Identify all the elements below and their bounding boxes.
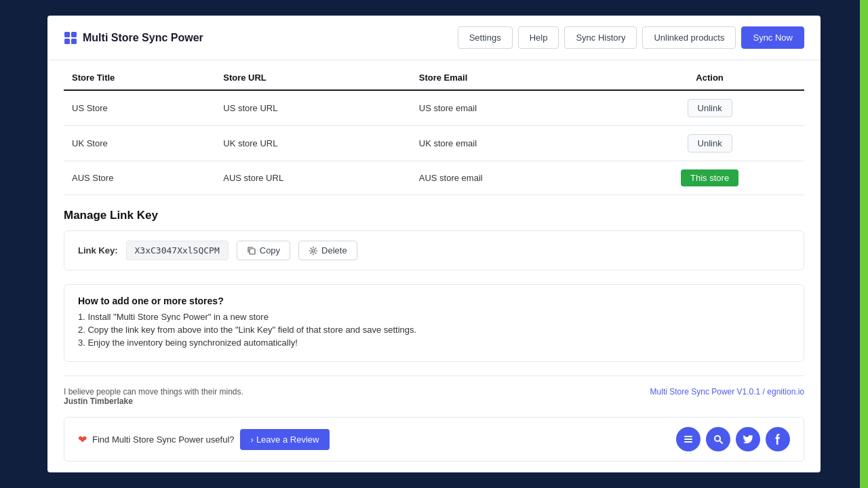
social-list-button[interactable] xyxy=(676,427,701,451)
header-actions: Settings Help Sync History Unlinked prod… xyxy=(458,26,804,49)
footer-link[interactable]: Multi Store Sync Power V1.0.1 / egnition… xyxy=(650,387,804,396)
store-email-us: US store email xyxy=(411,90,615,126)
col-store-email: Store Email xyxy=(411,66,615,90)
app-title: Multi Store Sync Power xyxy=(83,32,203,44)
link-key-value: X3xC3047XxlSQCPM xyxy=(126,241,229,260)
svg-point-5 xyxy=(312,249,315,252)
review-btn-arrow: › xyxy=(251,434,254,445)
svg-rect-7 xyxy=(684,439,692,440)
sync-now-button[interactable]: Sync Now xyxy=(741,26,804,49)
search-icon xyxy=(713,434,724,445)
header-left: Multi Store Sync Power xyxy=(64,31,203,45)
copy-button[interactable]: Copy xyxy=(237,241,290,260)
how-to-box: How to add one or more stores? 1. Instal… xyxy=(64,284,804,362)
help-button[interactable]: Help xyxy=(518,26,559,49)
quote-author: Justin Timberlake xyxy=(64,396,243,406)
svg-rect-3 xyxy=(71,39,77,44)
how-to-step-3: 3. Enjoy the inventory being synchronize… xyxy=(78,338,790,348)
this-store-button[interactable]: This store xyxy=(681,169,738,186)
heart-icon: ❤ xyxy=(78,433,87,446)
copy-icon xyxy=(247,246,256,256)
svg-rect-6 xyxy=(684,436,692,437)
table-row: US Store US store URL US store email Unl… xyxy=(64,90,804,126)
header: Multi Store Sync Power Settings Help Syn… xyxy=(47,16,821,60)
footer-quote: I believe people can move things with th… xyxy=(64,375,804,406)
app-container: Multi Store Sync Power Settings Help Syn… xyxy=(47,16,821,472)
svg-line-10 xyxy=(719,441,722,443)
action-us: Unlink xyxy=(615,90,804,126)
social-icons xyxy=(676,427,790,451)
store-title-us: US Store xyxy=(64,90,215,126)
store-url-us: US store URL xyxy=(215,90,411,126)
app-icon xyxy=(64,31,77,45)
svg-rect-4 xyxy=(250,249,255,254)
settings-button[interactable]: Settings xyxy=(458,26,513,49)
delete-button[interactable]: Delete xyxy=(298,241,357,260)
store-url-aus: AUS store URL xyxy=(215,161,411,195)
leave-review-button[interactable]: › Leave a Review xyxy=(240,429,330,450)
action-aus: This store xyxy=(615,161,804,195)
table-row: UK Store UK store URL UK store email Unl… xyxy=(64,126,804,161)
social-twitter-button[interactable] xyxy=(736,427,760,451)
store-table-container: Store Title Store URL Store Email Action… xyxy=(47,66,821,195)
list-icon xyxy=(683,434,694,445)
table-row: AUS Store AUS store URL AUS store email … xyxy=(64,161,804,195)
quote-text: I believe people can move things with th… xyxy=(64,387,243,396)
link-key-section-title: Manage Link Key xyxy=(64,209,804,222)
gear-icon xyxy=(309,246,318,256)
twitter-icon xyxy=(743,434,753,445)
col-store-title: Store Title xyxy=(64,66,215,90)
facebook-icon xyxy=(772,434,783,445)
how-to-step-1: 1. Install "Multi Store Sync Power" in a… xyxy=(78,312,790,322)
link-key-section: Manage Link Key Link Key: X3xC3047XxlSQC… xyxy=(47,195,821,284)
review-bar: ❤ Find Multi Store Sync Power useful? › … xyxy=(64,417,804,462)
col-store-url: Store URL xyxy=(215,66,411,90)
unlink-button-us[interactable]: Unlink xyxy=(688,99,732,117)
col-action: Action xyxy=(615,66,804,90)
store-email-uk: UK store email xyxy=(411,126,615,161)
store-title-uk: UK Store xyxy=(64,126,215,161)
svg-rect-1 xyxy=(71,32,77,37)
store-url-uk: UK store URL xyxy=(215,126,411,161)
review-text: Find Multi Store Sync Power useful? xyxy=(92,434,235,445)
unlink-button-uk[interactable]: Unlink xyxy=(688,134,732,152)
action-uk: Unlink xyxy=(615,126,804,161)
store-title-aus: AUS Store xyxy=(64,161,215,195)
social-facebook-button[interactable] xyxy=(766,427,790,451)
review-bar-left: ❤ Find Multi Store Sync Power useful? › … xyxy=(78,429,330,450)
store-table: Store Title Store URL Store Email Action… xyxy=(64,66,804,195)
store-email-aus: AUS store email xyxy=(411,161,615,195)
quote-block: I believe people can move things with th… xyxy=(64,387,243,406)
how-to-list: 1. Install "Multi Store Sync Power" in a… xyxy=(78,312,790,348)
unlinked-products-button[interactable]: Unlinked products xyxy=(642,26,736,49)
link-key-label: Link Key: xyxy=(78,245,118,256)
how-to-title: How to add one or more stores? xyxy=(78,296,790,306)
sync-history-button[interactable]: Sync History xyxy=(564,26,637,49)
social-search-button[interactable] xyxy=(706,427,730,451)
svg-rect-8 xyxy=(684,441,692,443)
link-key-box: Link Key: X3xC3047XxlSQCPM Copy Delete xyxy=(64,230,804,270)
how-to-step-2: 2. Copy the link key from above into the… xyxy=(78,325,790,335)
table-header-row: Store Title Store URL Store Email Action xyxy=(64,66,804,90)
svg-rect-2 xyxy=(64,39,70,44)
svg-rect-0 xyxy=(64,32,70,37)
